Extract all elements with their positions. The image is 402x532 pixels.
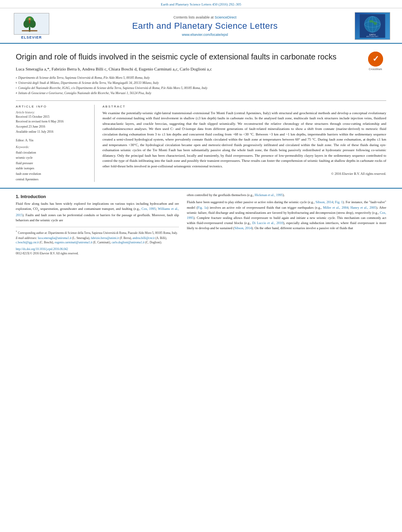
email-billi[interactable]: andrea.billi@cnr.it [132,236,154,240]
svg-rect-5 [22,30,37,31]
haney-2005-ref[interactable]: Haney et al., 2005 [350,206,376,209]
affiliations: a Dipartimento di Scienze della Terra, S… [16,76,386,96]
email-addresses-note: E-mail addresses: luca.smeraglia@uniroma… [16,236,179,245]
keywords-title: Keywords: [16,145,88,149]
sibson-2014-ref[interactable]: Sibson, 2014 [316,200,333,204]
diluccio-2010-ref[interactable]: Di Luccio et al., 2010 [252,221,283,225]
elsevier-label: ELSEVIER [21,35,42,39]
affiliation-d: d Istituto di Geoscienze e Georisorse, C… [16,91,386,96]
affil-a-text: Dipartimento di Scienze della Terra, Sap… [18,76,150,80]
abstract-heading: Abstract [102,105,386,108]
svg-point-3 [23,20,30,28]
journal-logo-right: EARTH AND PLANETARY [355,12,390,40]
article-title-container: Origin and role of fluids involved in th… [16,52,386,62]
journal-header: ELSEVIER Contents lists available at Sci… [0,8,402,44]
keyword-seismic-cycle: seismic cycle [16,155,88,161]
intro-paragraph-1: Fluid flow along faults has been widely … [16,201,179,223]
affiliation-b: b Università degli Studi di Milano, Dipa… [16,81,386,85]
svg-text:AND PLANETARY: AND PLANETARY [367,36,379,37]
keywords-block: Keywords: fluid circulation seismic cycl… [16,145,88,182]
journal-url[interactable]: www.elsevier.com/locate/epsl [55,33,355,37]
body-left-column: 1. Introduction Fluid flow along faults … [16,193,179,255]
email-berra[interactable]: fabrizio.berra@unimi.it [91,236,119,240]
keyword-fluid-pressure: fluid pressure [16,161,88,166]
email-boschi[interactable]: c.boschi@igg.cnr.it [16,241,39,244]
issn-line: 0012-821X/© 2016 Elsevier B.V. All right… [16,252,179,255]
fig1a-ref[interactable]: Fig. 1a [197,206,207,209]
affil-d-text: Istituto di Geoscienze e Georisorse, Con… [19,91,151,96]
keyword-central-apennines: central Apennines [16,177,88,182]
authors-text: Luca Smeraglia a,*, Fabrizio Berra b, An… [16,67,212,71]
crossmark-label: CrossMark [369,67,382,71]
affiliation-a: a Dipartimento di Scienze della Terra, S… [16,76,386,80]
authors: Luca Smeraglia a,*, Fabrizio Berra b, An… [16,66,386,72]
page-container: Earth and Planetary Science Letters 450 … [0,0,402,532]
elsevier-logo-image [14,13,49,35]
article-title-text: Origin and role of fluids involved in th… [16,52,337,61]
journal-title: Earth and Planetary Science Letters [55,21,355,31]
email-smeraglia[interactable]: luca.smeraglia@uniroma1.it [38,236,71,240]
abstract-section: We examine the potentially-seismic right… [102,111,386,176]
doi-link[interactable]: http://dx.doi.org/10.1016/j.epsl.2016.06… [16,247,179,251]
footnotes: * Corresponding author at: Dipartimento … [16,227,179,255]
article-info-abstract: Article Info Article history: Received 1… [16,100,386,182]
corresponding-author-note: * Corresponding author at: Dipartimento … [16,230,179,235]
article-main: Origin and role of fluids involved in th… [0,44,402,186]
date-received: Received 15 October 2015 Received in rev… [16,115,88,135]
svg-point-4 [30,20,36,28]
sibson-2014-ref2[interactable]: Sibson, 2014 [234,226,251,230]
svg-rect-7 [29,20,30,23]
cox-1995-ref2[interactable]: Cox, 1995 [187,211,386,220]
svg-text:✓: ✓ [372,54,379,63]
svg-point-6 [28,18,31,20]
affil-b-text: Università degli Studi di Milano, Dipart… [19,81,159,85]
miller-2004-ref[interactable]: Miller et al., 2004 [323,206,348,209]
intro-paragraph-2: Fluids have been suggested to play eithe… [187,200,386,231]
elsevier-logo: ELSEVIER [8,13,55,39]
crossmark-icon: ✓ [368,52,383,67]
affiliation-c: c Consiglio del Nazionale Ricerche, IGAG… [16,86,386,91]
article-info-heading: Article Info [16,105,88,108]
affil-c-text: Consiglio del Nazionale Ricerche, IGAG, … [18,86,207,91]
cox-1995-ref[interactable]: Cox, 1995 [141,207,156,211]
keyword-stable-isotopes: stable isotopes [16,166,88,171]
abstract-text: We examine the potentially-seismic right… [102,111,386,169]
sciencedirect-text: Contents lists available at ScienceDirec… [55,15,355,19]
article-history-block: Article history: Received 15 October 201… [16,111,88,135]
svg-text:EARTH: EARTH [369,34,376,36]
body-right-column: often controlled by the geofluids themse… [187,193,386,255]
fig1-ref[interactable]: Fig. 1 [335,200,343,204]
top-bar: Earth and Planetary Science Letters 450 … [0,0,402,8]
journal-center: Contents lists available at ScienceDirec… [55,15,355,37]
crossmark-badge: ✓ CrossMark [365,52,386,71]
editor-info: Editor: A. Yin [16,139,88,142]
copyright-line: © 2016 Elsevier B.V. All rights reserved… [102,171,386,176]
email-doglioni[interactable]: carlo.doglioni@uniroma1.it [112,241,145,244]
journal-reference: Earth and Planetary Science Letters 450 … [161,2,241,6]
intro-paragraph-1-continued: often controlled by the geofluids themse… [187,193,386,198]
body-content: 1. Introduction Fluid flow along faults … [0,188,402,261]
article-info-column: Article Info Article history: Received 1… [16,105,95,182]
keyword-fault-zone: fault zone evolution [16,171,88,177]
sciencedirect-link[interactable]: ScienceDirect [215,15,237,19]
email-carminati[interactable]: eugenio.carminati@uniroma1.it [55,241,93,244]
abstract-column: Abstract We examine the potentially-seis… [102,105,386,182]
keyword-fluid-circulation: fluid circulation [16,150,88,156]
hickman-1995-ref[interactable]: Hickman et al., 1995 [255,193,283,197]
history-label: Article history: [16,111,88,114]
introduction-heading: 1. Introduction [16,194,179,199]
